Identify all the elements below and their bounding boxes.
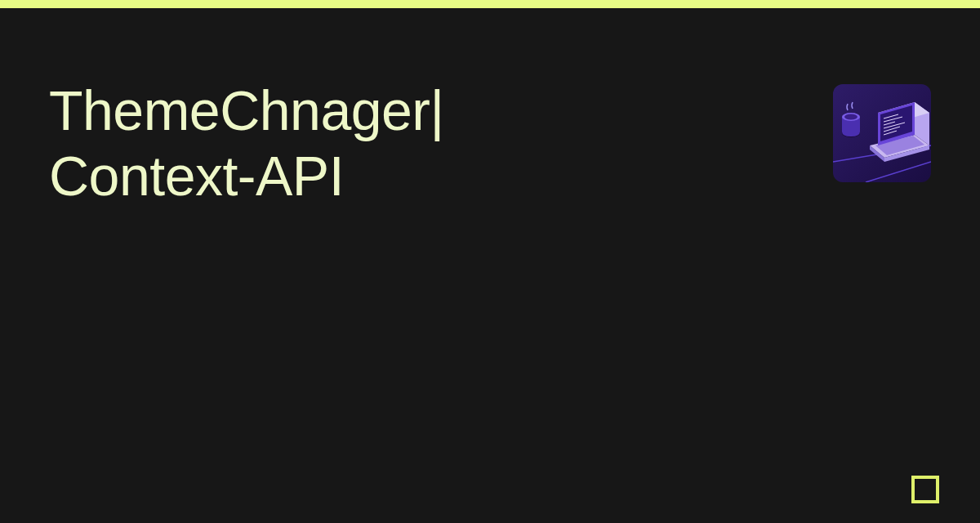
svg-line-1 — [866, 162, 931, 182]
laptop-coffee-isometric-icon — [833, 84, 931, 182]
top-accent-bar — [0, 0, 980, 8]
title-line-1: ThemeChnager| — [49, 78, 444, 143]
corner-accent-square — [911, 476, 939, 503]
svg-point-4 — [844, 114, 858, 120]
main-content: ThemeChnager| Context-API — [0, 8, 980, 208]
title-line-2: Context-API — [49, 143, 444, 208]
page-title: ThemeChnager| Context-API — [49, 78, 444, 208]
